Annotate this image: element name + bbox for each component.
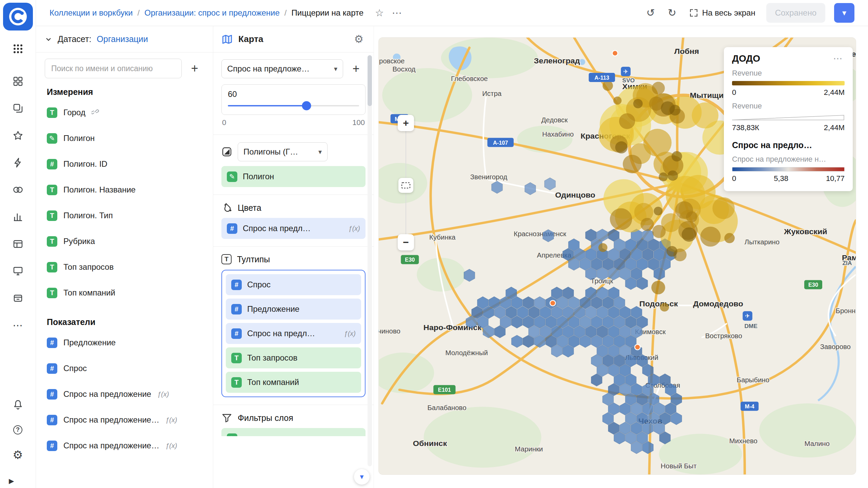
map-label: Лобня <box>674 47 699 56</box>
field-row[interactable]: TРубрика <box>45 228 204 254</box>
tooltips-drop-zone[interactable]: #Спрос#Предложение#Спрос на предл…ƒ(x)TТ… <box>221 270 366 397</box>
breadcrumb-item[interactable]: Организации: спрос и предложение <box>144 8 280 18</box>
favorite-star-icon[interactable]: ☆ <box>372 7 387 19</box>
field-row[interactable]: TПолигон. Название <box>45 177 204 203</box>
dashboards-icon[interactable] <box>8 262 27 281</box>
field-row[interactable]: ✎Полигон <box>45 125 204 151</box>
workbooks-icon[interactable] <box>8 99 27 118</box>
map-canvas[interactable]: ровскоеВосходГлебовскоеИстраЗеленоградЛо… <box>379 38 856 474</box>
add-field-button[interactable]: + <box>185 59 204 78</box>
settings-gear-icon[interactable]: ⚙ <box>8 445 27 464</box>
field-label: Спрос <box>63 364 87 373</box>
chart-settings-gear-icon[interactable]: ⚙ <box>352 33 366 46</box>
svg-text:А-113: А-113 <box>594 75 609 81</box>
map-label: Востряково <box>705 332 742 340</box>
field-label: Топ компаний <box>63 288 115 298</box>
chip-label: Топ компаний <box>247 378 299 387</box>
rail-nav: ⋯ <box>8 72 27 335</box>
geopolygon-icon: ✎ <box>47 133 57 144</box>
map-more-icon[interactable]: ⋯ <box>831 54 845 64</box>
field-chip[interactable]: #Спрос <box>226 274 361 295</box>
notifications-bell-icon[interactable] <box>8 395 27 414</box>
field-row[interactable]: #Спрос на предложение…ƒ(x) <box>45 433 204 459</box>
help-icon[interactable]: ? <box>8 420 27 439</box>
layer-filters-funnel-icon <box>221 412 232 423</box>
config-scrollbar-thumb[interactable] <box>368 55 372 106</box>
map-label: ровское <box>379 57 405 65</box>
field-chip[interactable]: ✎Полигон <box>221 166 366 187</box>
field-chip[interactable]: #Спрос на предл…ƒ(x) <box>221 218 366 239</box>
field-row[interactable]: #Полигон. ID <box>45 151 204 177</box>
field-row[interactable]: TТоп запросов <box>45 254 204 280</box>
quick-actions-bolt-icon[interactable] <box>8 153 27 172</box>
field-row[interactable]: TПолигон. Тип <box>45 203 204 228</box>
field-row[interactable]: #Предложение <box>45 330 204 355</box>
map-label: Дедовск <box>541 116 568 124</box>
opacity-slider[interactable] <box>228 105 359 106</box>
entry-more-icon[interactable]: ⋯ <box>389 7 405 19</box>
map-label: Новый Быт <box>661 462 697 470</box>
actions-dropdown-button[interactable]: ▾ <box>834 3 854 23</box>
dataset-name-link[interactable]: Организации <box>97 34 148 44</box>
favorites-star-icon[interactable] <box>8 126 27 145</box>
opacity-value: 60 <box>228 89 359 99</box>
text-field-icon: T <box>47 210 57 221</box>
field-chip[interactable]: #Предложение <box>226 299 361 320</box>
field-chip[interactable]: ✎ <box>221 428 366 436</box>
field-label: Город <box>63 108 85 117</box>
formula-icon: ƒ(x) <box>344 330 356 338</box>
field-row[interactable]: #Спрос на предложениеƒ(x) <box>45 381 204 407</box>
map-label: Михнево <box>729 437 757 445</box>
map-label: Нахабино <box>542 130 574 138</box>
map-area: ровскоеВосходГлебовскоеИстраЗеленоградЛо… <box>374 26 868 488</box>
legend-size-wedge <box>732 115 845 121</box>
dataset-collapse-chevron-icon[interactable] <box>45 36 52 43</box>
rail-bottom: ? ⚙ <box>8 395 27 464</box>
layer-select[interactable]: Спрос на предложе… ▾ <box>221 59 343 78</box>
tables-icon[interactable] <box>8 235 27 253</box>
storage-icon[interactable] <box>8 289 27 308</box>
map-label: Молодёжный <box>445 349 488 357</box>
legend-revenue-color-label: Revenue <box>732 69 845 78</box>
field-chip[interactable]: TТоп компаний <box>226 372 361 393</box>
measure-ruler-icon[interactable] <box>398 178 413 193</box>
zoom-out-button[interactable]: − <box>398 234 414 250</box>
link-icon <box>92 108 99 117</box>
legend-demand-tick: 0 <box>732 174 736 183</box>
geometry-select[interactable]: Полигоны (Г… ▾ <box>238 142 328 161</box>
clipped-filter-chip[interactable]: ✎ <box>221 428 366 436</box>
rail-more-icon[interactable]: ⋯ <box>8 316 27 335</box>
apps-grid-icon[interactable] <box>8 39 27 58</box>
save-status-button[interactable]: Сохранено <box>766 3 825 23</box>
field-row[interactable]: #Спрос на предложение…ƒ(x) <box>45 407 204 433</box>
connections-icon[interactable] <box>8 180 27 199</box>
field-chip[interactable]: #Спрос на предл…ƒ(x) <box>226 323 361 344</box>
field-row[interactable]: TГород <box>45 100 204 125</box>
opacity-slider-knob[interactable] <box>302 101 311 110</box>
breadcrumb-item: Пиццерии на карте <box>292 8 364 18</box>
charts-icon[interactable] <box>8 207 27 226</box>
scroll-down-button[interactable]: ▾ <box>354 469 370 485</box>
field-chip[interactable]: TТоп запросов <box>226 347 361 368</box>
chip-label: Полигон <box>243 172 274 181</box>
zoom-in-button[interactable]: + <box>398 115 414 131</box>
field-search-input[interactable] <box>45 59 182 78</box>
config-scrollbar[interactable] <box>368 55 372 466</box>
breadcrumb-item[interactable]: Коллекции и воркбуки <box>50 8 133 18</box>
undo-icon[interactable]: ↺ <box>644 7 657 18</box>
map-label: Барыбино <box>737 376 769 384</box>
fullscreen-button[interactable]: На весь экран <box>687 8 757 18</box>
geopolygon-icon: ✎ <box>227 433 237 436</box>
collapse-rail-icon[interactable]: ▶ <box>7 476 16 485</box>
collections-icon[interactable] <box>8 72 27 91</box>
chip-label: Спрос <box>247 280 271 289</box>
add-layer-button[interactable]: + <box>347 59 366 78</box>
field-label: Спрос на предложение <box>63 389 151 399</box>
field-label: Полигон. ID <box>63 159 107 169</box>
field-row[interactable]: #Спрос <box>45 355 204 381</box>
legend-revenue-max: 2,44M <box>824 88 845 97</box>
datalens-logo[interactable] <box>3 3 33 30</box>
field-row[interactable]: TТоп компаний <box>45 280 204 306</box>
redo-icon[interactable]: ↻ <box>666 7 678 18</box>
number-field-icon: # <box>47 389 57 400</box>
